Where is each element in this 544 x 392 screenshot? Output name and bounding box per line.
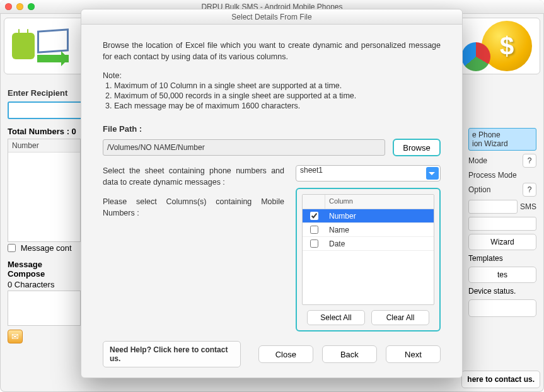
dialog-description: Browse the location of Excel file which …	[103, 40, 441, 62]
enter-recipient-label: Enter Recipient	[8, 88, 78, 98]
note-heading: Note:	[103, 71, 441, 80]
arrow-icon	[37, 55, 69, 62]
rside-line1: e Phone	[472, 130, 508, 139]
back-button[interactable]: Back	[322, 345, 377, 363]
message-composer-label: Message Compose	[8, 260, 78, 279]
sheet-columns-column: sheet1 Column NumberNameDate Select All …	[296, 165, 441, 331]
process-mode-label: Process Mode	[468, 171, 517, 180]
mode-label: Mode	[468, 156, 487, 165]
android-icon	[12, 33, 35, 59]
dialog-title: Select Details From File	[81, 9, 462, 25]
mode-row: Mode ?	[468, 154, 536, 168]
sms-label: SMS	[520, 202, 536, 211]
app-logo	[12, 30, 69, 62]
option-row: Option ?	[468, 183, 536, 197]
connection-wizard-tab[interactable]: e Phone ion Wizard	[468, 128, 536, 151]
column-header-label: Column	[325, 195, 434, 209]
sms-type-row: SMS	[468, 200, 536, 214]
column-row[interactable]: Number	[303, 209, 434, 223]
option-help-button[interactable]: ?	[523, 183, 536, 197]
clear-all-button[interactable]: Clear All	[371, 310, 429, 325]
send-icon[interactable]: ✉	[8, 330, 23, 343]
column-row[interactable]: Date	[303, 237, 434, 251]
select-sheet-text: Select the sheet containing phone number…	[103, 165, 284, 188]
columns-table: Column NumberNameDate	[302, 194, 434, 305]
templates-button[interactable]: tes	[468, 267, 536, 283]
note-item: Maximum of 50,000 records in a single sh…	[114, 91, 441, 100]
device-status-label: Device status.	[468, 287, 536, 296]
select-columns-text: Please select Columns(s) containing Mobi…	[103, 196, 284, 219]
recipients-list-header: Number	[8, 139, 80, 153]
option-label: Option	[468, 185, 490, 194]
column-row[interactable]: Name	[303, 223, 434, 237]
message-composer[interactable]	[8, 291, 81, 326]
column-checkbox[interactable]	[310, 212, 318, 220]
dollar-coin-icon: $	[482, 21, 532, 71]
next-button[interactable]: Next	[386, 345, 441, 363]
file-path-input[interactable]	[103, 139, 385, 156]
column-label: Number	[325, 212, 434, 221]
select-details-dialog: Select Details From File Browse the loca…	[81, 9, 463, 378]
columns-table-header: Column	[303, 195, 434, 209]
sheet-select-value: sheet1	[300, 166, 323, 175]
minimize-window-icon[interactable]	[16, 3, 23, 10]
device-status-button[interactable]	[468, 299, 536, 317]
right-panel: e Phone ion Wizard Mode ? Process Mode O…	[468, 125, 536, 320]
column-label: Date	[325, 239, 434, 248]
recipients-list[interactable]: Number	[8, 139, 81, 242]
close-button[interactable]: Close	[258, 345, 313, 363]
message-contains-label: Message cont	[21, 243, 72, 253]
column-checkbox[interactable]	[310, 226, 318, 234]
templates-label: Templates	[468, 254, 536, 263]
mode-help-button[interactable]: ?	[523, 154, 536, 168]
instructions-column: Select the sheet containing phone number…	[103, 165, 284, 331]
note-item: Each message may be of maximum 1600 char…	[114, 101, 441, 110]
need-help-link[interactable]: Need Help? Click here to contact us.	[103, 341, 241, 367]
char-count-label: 0 Characters	[8, 280, 78, 289]
note-item: Maximum of 10 Column in a single sheet a…	[114, 81, 441, 90]
dialog-notes: Note: Maximum of 10 Column in a single s…	[103, 71, 441, 110]
rside-line2: ion Wizard	[472, 139, 508, 148]
traffic-lights[interactable]	[5, 3, 35, 10]
dialog-footer: Need Help? Click here to contact us. Clo…	[103, 341, 441, 367]
message-contains-checkbox-input[interactable]	[8, 244, 16, 252]
close-window-icon[interactable]	[5, 3, 12, 10]
columns-panel: Column NumberNameDate Select All Clear A…	[296, 188, 441, 331]
total-numbers-label: Total Numbers : 0	[8, 127, 78, 136]
process-mode-row: Process Mode	[468, 171, 536, 180]
select-all-button[interactable]: Select All	[307, 310, 365, 325]
browse-button[interactable]: Browse	[393, 139, 441, 156]
column-checkbox[interactable]	[310, 239, 318, 248]
pie-chart-icon	[461, 42, 490, 71]
extra-select[interactable]	[468, 217, 536, 231]
envelope-icon	[37, 28, 69, 53]
left-panel: Enter Recipient Total Numbers : 0 Number…	[8, 88, 78, 343]
contact-us-footer[interactable]: here to contact us.	[461, 371, 540, 388]
zoom-window-icon[interactable]	[28, 3, 35, 10]
sms-type-select[interactable]	[468, 200, 518, 214]
extra-select-row	[468, 217, 536, 231]
column-label: Name	[325, 226, 434, 234]
file-path-label: File Path :	[103, 124, 441, 134]
dialog-body: Browse the location of Excel file which …	[81, 25, 462, 378]
message-contains-checkbox[interactable]: Message cont	[8, 243, 72, 253]
wizard-button[interactable]: Wizard	[468, 234, 536, 250]
sheet-select[interactable]: sheet1	[296, 165, 441, 182]
